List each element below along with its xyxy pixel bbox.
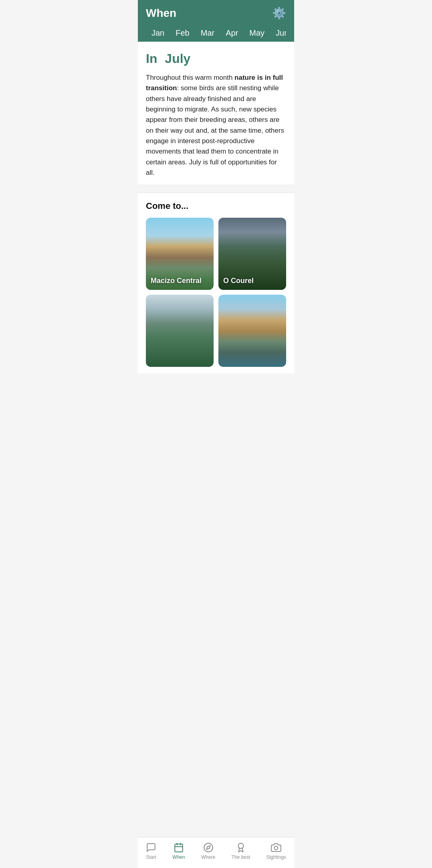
month-heading: In July xyxy=(146,51,286,66)
description-rest: : some birds are still nesting while oth… xyxy=(146,84,284,176)
svg-point-7 xyxy=(275,846,278,850)
nav-label-when: When xyxy=(172,854,185,860)
camera-icon xyxy=(271,842,281,853)
location-image-4 xyxy=(218,295,286,367)
nav-label-where: Where xyxy=(201,854,215,860)
nav-spacer xyxy=(138,373,294,405)
come-to-title: Come to... xyxy=(146,201,286,211)
svg-point-6 xyxy=(238,843,243,848)
nav-item-sightings[interactable]: Sightings xyxy=(261,841,291,862)
month-description: Throughout this warm month nature is in … xyxy=(146,73,286,178)
compass-icon xyxy=(203,842,214,853)
header-top: When ⚙️ xyxy=(146,6,286,24)
nav-label-start: Start xyxy=(146,854,156,860)
header: When ⚙️ Jan Feb Mar Apr May Jun Jul xyxy=(138,0,294,42)
svg-rect-0 xyxy=(175,844,183,852)
location-image-3 xyxy=(146,295,214,367)
location-card-macizo[interactable]: Macizo Central xyxy=(146,218,214,290)
tab-apr[interactable]: Apr xyxy=(220,24,244,42)
locations-grid: Macizo Central O Courel xyxy=(146,218,286,367)
location-label-macizo: Macizo Central xyxy=(151,277,202,285)
page-title: When xyxy=(146,7,176,20)
settings-icon[interactable]: ⚙️ xyxy=(272,6,286,20)
description-plain: Throughout this warm month xyxy=(146,74,234,81)
nav-item-when[interactable]: When xyxy=(168,841,190,862)
tab-jun[interactable]: Jun xyxy=(270,24,286,42)
month-name: July xyxy=(165,51,190,66)
nav-item-start[interactable]: Start xyxy=(141,841,161,862)
location-label-courel: O Courel xyxy=(223,277,254,285)
main-content: In July Throughout this warm month natur… xyxy=(138,42,294,184)
location-card-4[interactable] xyxy=(218,295,286,367)
come-to-section: Come to... Macizo Central O Courel xyxy=(138,193,294,373)
calendar-icon xyxy=(174,842,184,853)
tab-jan[interactable]: Jan xyxy=(146,24,170,42)
nav-label-sightings: Sightings xyxy=(266,854,286,860)
tab-feb[interactable]: Feb xyxy=(170,24,195,42)
bottom-nav: Start When Where The best Sightings xyxy=(138,837,294,868)
location-card-courel[interactable]: O Courel xyxy=(218,218,286,290)
nav-item-thebest[interactable]: The best xyxy=(227,841,255,862)
tab-may[interactable]: May xyxy=(244,24,270,42)
month-tabs: Jan Feb Mar Apr May Jun Jul xyxy=(146,24,286,42)
nav-item-where[interactable]: Where xyxy=(196,841,220,862)
chat-icon xyxy=(146,842,156,853)
tab-mar[interactable]: Mar xyxy=(195,24,220,42)
in-label: In xyxy=(146,51,157,66)
award-icon xyxy=(236,842,246,853)
svg-point-4 xyxy=(204,843,213,852)
svg-marker-5 xyxy=(206,846,210,849)
location-card-3[interactable] xyxy=(146,295,214,367)
nav-label-thebest: The best xyxy=(232,854,250,860)
